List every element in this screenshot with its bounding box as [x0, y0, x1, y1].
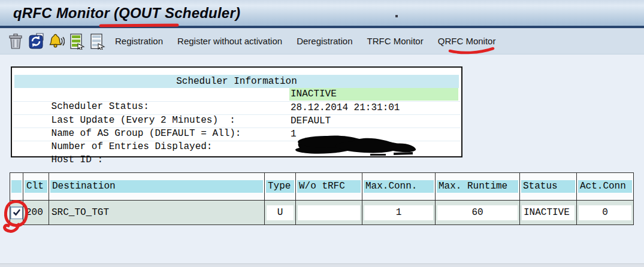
- table-row: 200 SRC_TO_TGT U 1 60 INACTIVE 0: [10, 201, 634, 225]
- refresh-icon[interactable]: [28, 33, 44, 50]
- wo-trfc-cell: [296, 201, 362, 225]
- delete-icon[interactable]: [7, 33, 24, 50]
- last-update-value: 28.12.2014 21:31:01: [291, 102, 400, 114]
- column-header-select: [10, 173, 23, 201]
- as-group-row: Name of AS Group (DEFAULT = All): DEFAUL…: [13, 114, 460, 128]
- column-header-clt: Clt: [23, 173, 49, 201]
- qout-scheduler-table: Clt Destination Type W/o tRFC Max.Conn. …: [10, 172, 634, 225]
- checkmark-icon: [13, 208, 21, 217]
- alert-bell-icon[interactable]: [48, 33, 65, 50]
- scheduler-information-header: Scheduler Information: [14, 75, 459, 88]
- entries-displayed-row: Number of Entries Displayed: 1: [13, 128, 460, 141]
- entries-displayed-value: 1: [291, 128, 297, 141]
- register-without-activation-button[interactable]: Register without activation: [177, 36, 282, 46]
- host-id-row: Host ID :: [13, 141, 460, 154]
- max-runtime-cell: 60: [436, 201, 520, 225]
- registration-list-icon[interactable]: [89, 33, 105, 50]
- trfc-monitor-button[interactable]: TRFC Monitor: [367, 36, 424, 46]
- toolbar-button-group: Registration Register without activation…: [115, 36, 495, 46]
- application-toolbar: Registration Register without activation…: [0, 28, 644, 54]
- column-header-destination: Destination: [49, 173, 265, 201]
- column-header-wo-trfc: W/o tRFC: [296, 173, 362, 201]
- host-id-label: Host ID :: [48, 154, 103, 165]
- type-cell: U: [265, 201, 296, 225]
- activate-registration-list-icon[interactable]: [68, 33, 85, 50]
- status-cell: INACTIVE: [520, 201, 577, 225]
- sap-qrfc-monitor-window: qRFC Monitor (QOUT Scheduler): [0, 0, 644, 267]
- act-conn-cell: 0: [577, 201, 634, 225]
- title-bar: qRFC Monitor (QOUT Scheduler): [0, 0, 644, 26]
- checkbox-circle-tail-annotation: [5, 224, 19, 231]
- scheduler-status-row: Scheduler Status: INACTIVE: [13, 88, 460, 101]
- deregistration-button[interactable]: Deregistration: [297, 36, 352, 46]
- column-header-max-conn: Max.Conn.: [362, 173, 436, 201]
- row-select-cell: [10, 201, 23, 225]
- window-bottom-edge: [0, 263, 644, 267]
- page-title: qRFC Monitor (QOUT Scheduler): [0, 0, 644, 24]
- column-header-act-conn: Act.Conn: [577, 173, 634, 201]
- clt-cell: 200: [23, 201, 49, 225]
- table-header-row: Clt Destination Type W/o tRFC Max.Conn. …: [10, 173, 634, 201]
- column-header-max-runtime: Max. Runtime: [436, 173, 520, 201]
- last-update-row: Last Update (Every 2 Minutes) : 28.12.20…: [13, 101, 460, 114]
- registration-button[interactable]: Registration: [115, 36, 163, 46]
- as-group-value: DEFAULT: [291, 115, 331, 128]
- scheduler-information-panel: Scheduler Information Scheduler Status: …: [11, 66, 462, 157]
- row-select-checkbox[interactable]: [10, 207, 23, 219]
- max-conn-cell: 1: [362, 201, 436, 225]
- qrfc-monitor-button[interactable]: QRFC Monitor: [438, 36, 496, 46]
- destination-cell: SRC_TO_TGT: [49, 201, 265, 225]
- scheduler-status-value: INACTIVE: [289, 88, 458, 101]
- column-header-type: Type: [265, 173, 296, 201]
- column-header-status: Status: [520, 173, 577, 201]
